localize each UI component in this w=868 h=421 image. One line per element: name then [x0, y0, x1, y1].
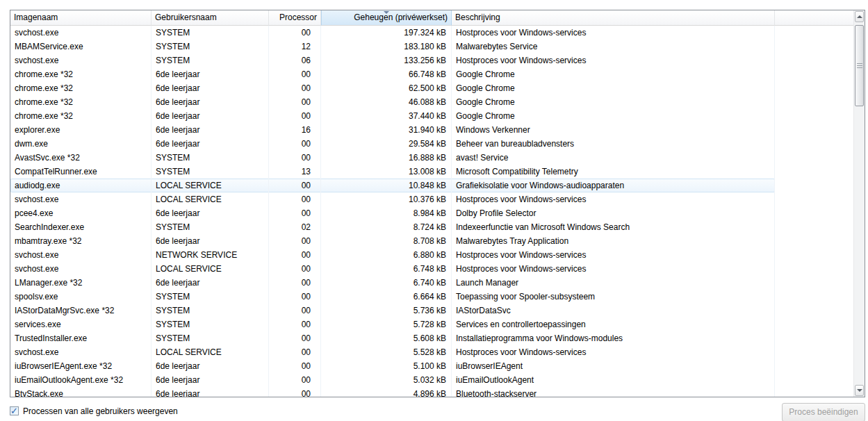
table-row[interactable]: mbamtray.exe *326de leerjaar008.708 kBMa… — [10, 234, 775, 248]
column-header-desc[interactable]: Beschrijving — [452, 10, 775, 26]
cell-image: chrome.exe *32 — [10, 81, 152, 95]
table-row[interactable]: AvastSvc.exe *32SYSTEM0016.888 kBavast! … — [10, 151, 775, 165]
cell-user: 6de leerjaar — [152, 95, 269, 109]
cell-mem: 197.324 kB — [321, 26, 452, 40]
table-row[interactable]: explorer.exe6de leerjaar1631.940 kBWindo… — [10, 123, 775, 137]
cell-image: CompatTelRunner.exe — [10, 165, 152, 179]
cell-desc: Google Chrome — [452, 109, 775, 123]
cell-mem: 5.728 kB — [321, 317, 452, 331]
end-process-button[interactable]: Proces beëindigen — [782, 403, 865, 421]
cell-image: chrome.exe *32 — [10, 109, 152, 123]
cell-mem: 62.500 kB — [321, 81, 452, 95]
column-header-label: Gebruikersnaam — [155, 13, 217, 22]
column-header-mem[interactable]: Geheugen (privéwerkset) — [321, 10, 452, 26]
cell-image: spoolsv.exe — [10, 290, 152, 304]
cell-image: iuBrowserIEAgent.exe *32 — [10, 359, 152, 373]
show-all-users-label[interactable]: Processen van alle gebruikers weergeven — [23, 406, 178, 416]
cell-desc: Indexeerfunctie van Microsoft Windows Se… — [452, 220, 775, 234]
table-row[interactable]: chrome.exe *326de leerjaar0066.748 kBGoo… — [10, 67, 775, 81]
cell-cpu: 00 — [269, 81, 321, 95]
cell-mem: 5.032 kB — [321, 373, 452, 387]
cell-desc: Services en controllertoepassingen — [452, 317, 775, 331]
table-row[interactable]: SearchIndexer.exeSYSTEM028.724 kBIndexee… — [10, 220, 775, 234]
cell-cpu: 00 — [269, 331, 321, 345]
cell-mem: 4.896 kB — [321, 387, 452, 397]
table-row[interactable]: svchost.exeNETWORK SERVICE006.880 kBHost… — [10, 248, 775, 262]
table-row[interactable]: LManager.exe *326de leerjaar006.740 kBLa… — [10, 276, 775, 290]
table-row[interactable]: iuBrowserIEAgent.exe *326de leerjaar005.… — [10, 359, 775, 373]
cell-user: SYSTEM — [152, 151, 269, 165]
column-header-label: Processor — [279, 13, 317, 22]
cell-desc: Google Chrome — [452, 81, 775, 95]
table-row[interactable]: svchost.exeSYSTEM00197.324 kBHostproces … — [10, 26, 775, 40]
cell-mem: 8.984 kB — [321, 206, 452, 220]
cell-cpu: 00 — [269, 345, 321, 359]
process-list: ImagenaamGebruikersnaamProcessorGeheugen… — [10, 10, 865, 397]
table-row[interactable]: dwm.exe6de leerjaar0029.584 kBBeheer van… — [10, 137, 775, 151]
cell-cpu: 00 — [269, 234, 321, 248]
cell-image: chrome.exe *32 — [10, 95, 152, 109]
table-row[interactable]: iuEmailOutlookAgent.exe *326de leerjaar0… — [10, 373, 775, 387]
cell-desc: Toepassing voor Spooler-subsysteem — [452, 290, 775, 304]
cell-mem: 6.748 kB — [321, 262, 452, 276]
table-row[interactable]: svchost.exeLOCAL SERVICE0010.376 kBHostp… — [10, 192, 775, 206]
cell-user: SYSTEM — [152, 317, 269, 331]
table-row[interactable]: svchost.exeLOCAL SERVICE005.528 kBHostpr… — [10, 345, 775, 359]
cell-cpu: 12 — [269, 40, 321, 53]
cell-mem: 13.008 kB — [321, 165, 452, 179]
table-row[interactable]: audiodg.exeLOCAL SERVICE0010.848 kBGrafi… — [10, 179, 775, 192]
cell-image: audiodg.exe — [10, 179, 152, 192]
cell-desc: Windows Verkenner — [452, 123, 775, 137]
show-all-users-checkbox[interactable]: ✓ — [10, 406, 19, 415]
cell-desc: Hostproces voor Windows-services — [452, 262, 775, 276]
cell-cpu: 00 — [269, 67, 321, 81]
cell-user: LOCAL SERVICE — [152, 345, 269, 359]
cell-desc: avast! Service — [452, 151, 775, 165]
cell-mem: 29.584 kB — [321, 137, 452, 151]
cell-user: SYSTEM — [152, 304, 269, 317]
table-row[interactable]: chrome.exe *326de leerjaar0037.440 kBGoo… — [10, 109, 775, 123]
vertical-scrollbar[interactable] — [853, 10, 865, 397]
table-row[interactable]: TrustedInstaller.exeSYSTEM005.608 kBInst… — [10, 331, 775, 345]
cell-mem: 10.848 kB — [321, 179, 452, 192]
column-header-image[interactable]: Imagenaam — [10, 10, 152, 26]
cell-user: SYSTEM — [152, 290, 269, 304]
table-row[interactable]: services.exeSYSTEM005.728 kBServices en … — [10, 317, 775, 331]
cell-cpu: 00 — [269, 276, 321, 290]
column-header-cpu[interactable]: Processor — [269, 10, 321, 26]
cell-image: iuEmailOutlookAgent.exe *32 — [10, 373, 152, 387]
cell-cpu: 16 — [269, 123, 321, 137]
cell-mem: 5.736 kB — [321, 304, 452, 317]
cell-user: SYSTEM — [152, 40, 269, 53]
cell-user: 6de leerjaar — [152, 67, 269, 81]
cell-image: svchost.exe — [10, 248, 152, 262]
cell-mem: 5.608 kB — [321, 331, 452, 345]
cell-user: 6de leerjaar — [152, 123, 269, 137]
cell-image: MBAMService.exe — [10, 40, 152, 53]
cell-cpu: 00 — [269, 206, 321, 220]
column-header-label: Geheugen (privéwerkset) — [354, 13, 448, 22]
cell-user: 6de leerjaar — [152, 373, 269, 387]
table-row[interactable]: MBAMService.exeSYSTEM12183.180 kBMalware… — [10, 40, 775, 53]
cell-user: 6de leerjaar — [152, 234, 269, 248]
scroll-up-button[interactable] — [855, 11, 864, 22]
scroll-down-icon — [857, 389, 862, 392]
cell-desc: Dolby Profile Selector — [452, 206, 775, 220]
table-row[interactable]: BtvStack.exe6de leerjaar004.896 kBBlueto… — [10, 387, 775, 397]
table-row[interactable]: pcee4.exe6de leerjaar008.984 kBDolby Pro… — [10, 206, 775, 220]
table-row[interactable]: svchost.exeLOCAL SERVICE006.748 kBHostpr… — [10, 262, 775, 276]
table-row[interactable]: svchost.exeSYSTEM06133.256 kBHostproces … — [10, 53, 775, 67]
cell-image: svchost.exe — [10, 262, 152, 276]
cell-image: AvastSvc.exe *32 — [10, 151, 152, 165]
table-row[interactable]: CompatTelRunner.exeSYSTEM1313.008 kBMicr… — [10, 165, 775, 179]
table-row[interactable]: spoolsv.exeSYSTEM006.664 kBToepassing vo… — [10, 290, 775, 304]
scrollbar-thumb[interactable] — [855, 25, 864, 106]
column-header-user[interactable]: Gebruikersnaam — [152, 10, 269, 26]
cell-desc: iuEmailOutlookAgent — [452, 373, 775, 387]
cell-cpu: 00 — [269, 151, 321, 165]
table-row[interactable]: chrome.exe *326de leerjaar0046.088 kBGoo… — [10, 95, 775, 109]
scroll-down-button[interactable] — [855, 385, 864, 396]
checkmark-icon: ✓ — [10, 407, 18, 415]
table-row[interactable]: chrome.exe *326de leerjaar0062.500 kBGoo… — [10, 81, 775, 95]
table-row[interactable]: IAStorDataMgrSvc.exe *32SYSTEM005.736 kB… — [10, 304, 775, 317]
